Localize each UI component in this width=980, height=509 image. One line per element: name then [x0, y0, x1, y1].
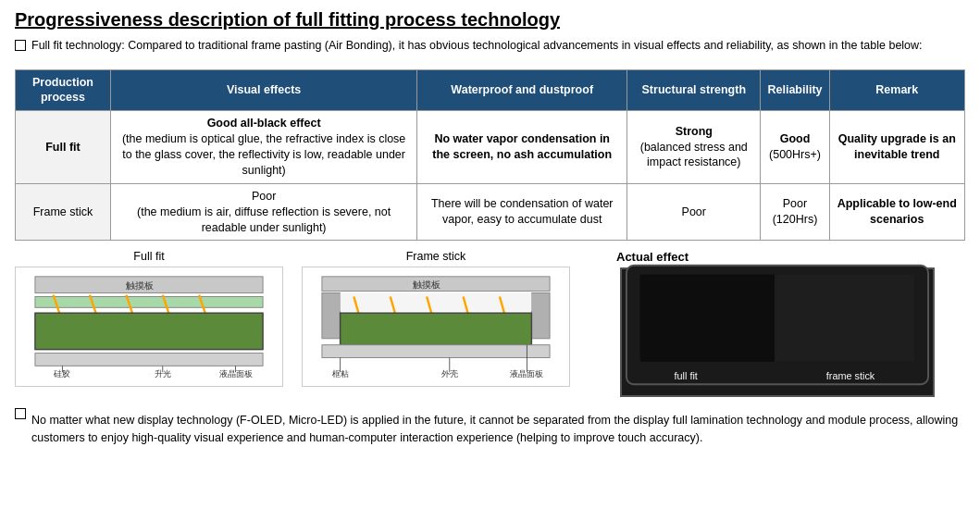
row1-waterproof: No water vapor condensation in the scree…	[417, 111, 627, 184]
framestick-label: Frame stick	[406, 250, 466, 263]
svg-rect-9	[35, 354, 263, 366]
svg-text:frame stick: frame stick	[825, 371, 875, 382]
framestick-diagram: 触摸板 框粘 外壳 液晶面板	[302, 267, 570, 387]
col-header-waterproof: Waterproof and dustproof	[417, 69, 627, 111]
row2-process: Frame stick	[16, 183, 111, 241]
table-row: Frame stick Poor(the medium is air, diff…	[16, 183, 965, 241]
col-header-remark: Remark	[829, 69, 964, 111]
actual-effect-image: full fit frame stick	[620, 267, 935, 397]
page-title: Progressiveness description of full fitt…	[15, 9, 965, 31]
fullfit-diagram-block: Full fit 触摸板 硅胶 升光 液晶	[15, 250, 283, 387]
row1-strength: Strong(balanced stress and impact resist…	[627, 111, 761, 184]
svg-text:硅胶: 硅胶	[53, 370, 70, 379]
row1-process: Full fit	[16, 111, 111, 184]
svg-rect-38	[775, 275, 914, 362]
col-header-visual: Visual effects	[110, 69, 416, 111]
row1-reliability: Good(500Hrs+)	[761, 111, 829, 184]
svg-text:full fit: full fit	[674, 371, 697, 382]
row1-remark: Quality upgrade is an inevitable trend	[829, 111, 964, 184]
bullet-icon-1	[15, 40, 26, 51]
svg-rect-2	[35, 297, 263, 308]
col-header-reliability: Reliability	[761, 69, 829, 111]
footer-text: No matter what new display technology (F…	[31, 412, 965, 447]
fullfit-diagram: 触摸板 硅胶 升光 液晶面板	[15, 267, 283, 387]
col-header-strength: Structural strength	[627, 69, 761, 111]
comparison-table: Production process Visual effects Waterp…	[15, 69, 965, 242]
row2-strength: Poor	[627, 183, 761, 241]
svg-rect-18	[322, 293, 341, 339]
row1-visual: Good all-black effect(the medium is opti…	[110, 111, 416, 184]
svg-rect-19	[531, 293, 550, 339]
svg-text:触摸板: 触摸板	[126, 280, 154, 291]
col-header-process: Production process	[16, 69, 111, 111]
table-row: Full fit Good all-black effect(the mediu…	[16, 111, 965, 184]
row2-waterproof: There will be condensation of water vapo…	[417, 183, 627, 241]
svg-rect-8	[35, 314, 263, 350]
framestick-diagram-block: Frame stick 触摸板	[302, 250, 570, 387]
svg-rect-26	[341, 314, 532, 345]
footer-bullet: No matter what new display technology (F…	[15, 406, 965, 447]
diagrams-section: Full fit 触摸板 硅胶 升光 液晶	[15, 250, 965, 397]
fullfit-label: Full fit	[133, 250, 164, 263]
svg-rect-27	[322, 345, 550, 358]
actual-effect-block: Actual effect full fit frame stick	[589, 250, 965, 397]
svg-rect-36	[639, 275, 775, 362]
intro-text: Full fit technology: Compared to traditi…	[31, 38, 923, 55]
row2-visual: Poor(the medium is air, diffuse reflecti…	[110, 183, 416, 241]
row2-remark: Applicable to low-end scenarios	[829, 183, 964, 241]
svg-text:触摸板: 触摸板	[413, 279, 440, 290]
row2-reliability: Poor(120Hrs)	[761, 183, 829, 241]
bullet-icon-2	[15, 408, 26, 419]
